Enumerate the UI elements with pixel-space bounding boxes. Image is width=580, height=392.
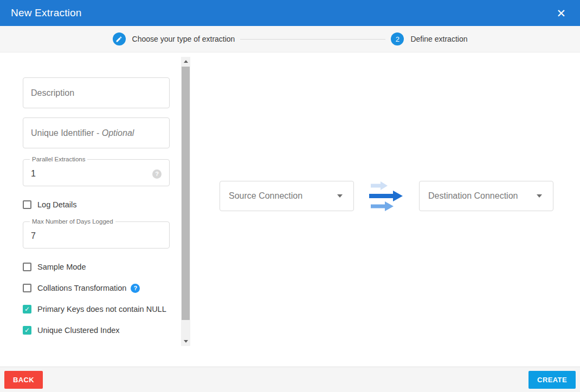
log-details-row: Log Details — [23, 198, 193, 211]
dialog-title: New Extraction — [11, 7, 82, 19]
parallel-extractions-label: Parallel Extractions — [30, 156, 87, 162]
primary-keys-row: ✓ Primary Keys does not contain NULL — [23, 303, 193, 316]
unique-clustered-index-row: ✓ Unique Clustered Index — [23, 324, 193, 337]
source-connection-select[interactable]: Source Connection — [220, 181, 354, 211]
parallel-extractions-value[interactable]: 1 — [31, 169, 36, 179]
create-button[interactable]: CREATE — [529, 371, 576, 389]
help-icon[interactable]: ? — [152, 169, 162, 179]
step-1[interactable]: Choose your type of extraction — [113, 32, 235, 45]
collations-transformation-checkbox[interactable] — [23, 284, 31, 292]
stepper: Choose your type of extraction 2 Define … — [0, 26, 580, 53]
description-input[interactable]: Description — [23, 77, 170, 108]
log-details-label: Log Details — [37, 200, 77, 209]
stepper-connector — [240, 39, 385, 40]
description-placeholder: Description — [31, 88, 74, 98]
max-days-logged-label: Max Number of Days Logged — [30, 218, 115, 225]
form-panel: Description Unique Identifier - Optional… — [0, 53, 193, 367]
step-2-label: Define extraction — [410, 35, 467, 43]
collations-transformation-label: Collations Transformation — [37, 284, 126, 292]
pencil-icon — [113, 32, 126, 45]
scroll-up-icon[interactable] — [181, 57, 190, 66]
transfer-arrows-icon — [369, 179, 404, 213]
form-scrollbar[interactable] — [181, 57, 190, 346]
sample-mode-checkbox[interactable] — [23, 263, 31, 271]
chevron-down-icon — [537, 194, 542, 198]
chevron-down-icon — [337, 194, 343, 198]
unique-clustered-index-checkbox[interactable]: ✓ — [23, 326, 31, 335]
max-days-logged-field[interactable]: Max Number of Days Logged 7 — [23, 218, 170, 249]
source-connection-label: Source Connection — [229, 191, 302, 201]
collations-transformation-row: Collations Transformation ? — [23, 282, 193, 295]
unique-identifier-placeholder: Unique Identifier - Optional — [31, 128, 134, 138]
primary-keys-label: Primary Keys does not contain NULL — [37, 305, 166, 313]
help-icon[interactable]: ? — [131, 284, 140, 293]
max-days-logged-value[interactable]: 7 — [31, 231, 36, 241]
sample-mode-row: Sample Mode — [23, 260, 193, 273]
new-extraction-dialog: New Extraction ✕ Choose your type of ext… — [0, 0, 580, 392]
unique-clustered-index-label: Unique Clustered Index — [37, 326, 120, 335]
destination-connection-label: Destination Connection — [428, 191, 518, 201]
back-button[interactable]: BACK — [4, 371, 43, 389]
primary-keys-checkbox[interactable]: ✓ — [23, 305, 31, 313]
step-1-label: Choose your type of extraction — [132, 35, 235, 43]
step-2[interactable]: 2 Define extraction — [391, 32, 467, 45]
log-details-checkbox[interactable] — [23, 200, 31, 209]
scroll-down-icon[interactable] — [181, 337, 190, 346]
unique-identifier-input[interactable]: Unique Identifier - Optional — [23, 117, 170, 148]
dialog-body: Description Unique Identifier - Optional… — [0, 53, 580, 367]
connection-panel: Source Connection Destination Connection — [193, 53, 580, 367]
scrollbar-thumb[interactable] — [182, 67, 190, 320]
parallel-extractions-field[interactable]: Parallel Extractions 1 ? — [23, 156, 170, 186]
dialog-header: New Extraction ✕ — [0, 0, 580, 26]
sample-mode-label: Sample Mode — [37, 263, 86, 271]
close-icon[interactable]: ✕ — [554, 6, 568, 20]
destination-connection-select[interactable]: Destination Connection — [419, 181, 553, 211]
step-2-number: 2 — [391, 32, 404, 45]
dialog-footer: BACK CREATE — [0, 367, 580, 392]
